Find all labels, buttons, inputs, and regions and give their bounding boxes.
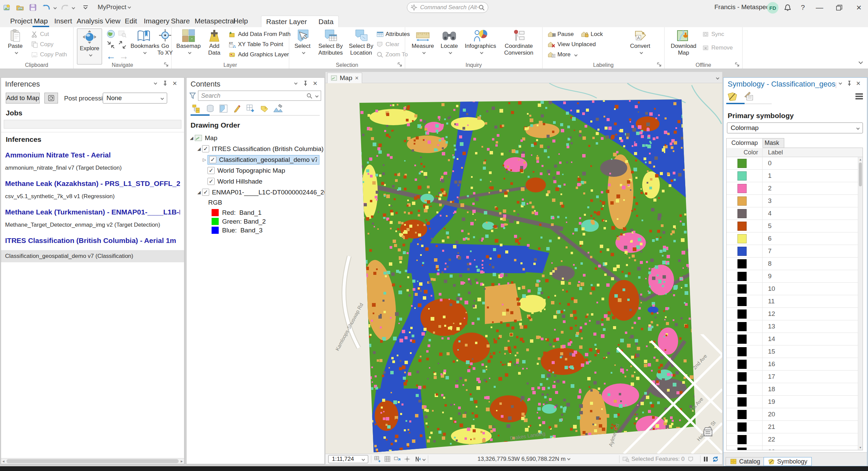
colormap-label[interactable]: 3 — [768, 197, 772, 205]
tree-item-enmap-layer[interactable]: ◢ ✓ ENMAP01-____L1C-DT0000002446_2022081… — [186, 187, 324, 197]
ribbon-tab-metaspectral[interactable]: Metaspectral — [193, 15, 237, 27]
colormap-row[interactable]: 16 — [727, 358, 858, 371]
add-data-from-path-button[interactable]: Add Data From Path — [229, 30, 291, 39]
colormap-label[interactable]: 17 — [768, 373, 775, 380]
colormap-color-swatch[interactable] — [737, 410, 747, 419]
measure-button[interactable]: Measure — [410, 29, 436, 56]
list-by-snapping-tab[interactable] — [244, 103, 258, 114]
colormap-label[interactable]: 5 — [768, 222, 772, 230]
colormap-row[interactable]: 20 — [727, 408, 858, 421]
colormap-color-swatch[interactable] — [737, 247, 747, 256]
colormap-color-swatch[interactable] — [737, 171, 747, 181]
tree-item-classification-layer[interactable]: ▷ ✓ Classification_geospatial_demo v7 (C… — [186, 154, 324, 165]
jobs-empty-list[interactable] — [4, 120, 181, 129]
pause-labeling-button[interactable]: Pause — [547, 30, 574, 39]
clear-selected-icon[interactable] — [688, 456, 694, 462]
colormap-label[interactable]: 9 — [768, 272, 772, 280]
colormap-label[interactable]: 4 — [768, 210, 772, 217]
next-extent-button[interactable]: → — [119, 52, 129, 61]
scroll-thumb[interactable] — [859, 163, 862, 186]
inferences-horizontal-scrollbar[interactable]: ◂ ▸ — [1, 458, 184, 464]
colormap-color-swatch[interactable] — [737, 159, 747, 168]
zoom-to-selection-button[interactable]: Zoom To — [377, 50, 408, 59]
colormap-color-swatch[interactable] — [737, 196, 747, 206]
undo-button[interactable] — [41, 3, 52, 12]
colormap-row[interactable]: 7 — [727, 245, 858, 258]
map-scale-select[interactable]: 1:11,724 — [328, 455, 368, 463]
colormap-row[interactable]: 17 — [727, 371, 858, 383]
pane-menu-chevron-icon[interactable] — [293, 80, 300, 87]
tree-item-world-topographic[interactable]: ✓ World Topographic Map — [186, 165, 324, 176]
locate-button[interactable]: Locate — [438, 29, 460, 56]
primary-symbology-select[interactable]: Colormap — [727, 123, 863, 133]
ribbon-tab-help[interactable]: Help — [232, 15, 249, 27]
close-pane-icon[interactable]: × — [313, 80, 320, 87]
add-graphics-layer-button[interactable]: Add Graphics Layer — [229, 50, 289, 59]
colormap-row[interactable]: 21 — [727, 421, 858, 433]
zoom-selected-icon[interactable] — [118, 29, 127, 39]
colormap-row[interactable]: 11 — [727, 295, 858, 308]
post-processing-select[interactable]: None — [103, 93, 167, 103]
colormap-label[interactable]: 2 — [768, 185, 772, 192]
paste-button[interactable]: Paste — [5, 29, 26, 56]
scroll-down-arrow[interactable]: ▾ — [858, 445, 863, 450]
colormap-row[interactable]: 9 — [727, 270, 858, 283]
primary-symbology-tab[interactable] — [727, 91, 738, 101]
close-pane-icon[interactable]: × — [856, 80, 864, 87]
colormap-color-swatch[interactable] — [737, 272, 747, 281]
colormap-color-swatch[interactable] — [737, 284, 747, 294]
label-column-header[interactable]: Label — [768, 149, 783, 156]
refresh-inferences-button[interactable] — [44, 93, 58, 103]
colormap-label[interactable]: 16 — [768, 360, 775, 368]
scroll-thumb[interactable] — [6, 459, 179, 463]
colormap-row[interactable]: 18 — [727, 383, 858, 396]
new-project-icon[interactable] — [2, 3, 12, 12]
layer-checkbox[interactable]: ✓ — [202, 189, 209, 196]
full-extent-button[interactable] — [106, 29, 116, 39]
grid-icon[interactable] — [384, 456, 391, 463]
add-data-button[interactable]: Add Data — [204, 29, 224, 56]
map-coordinates[interactable]: 13,326,779.53W 6,590,788.22N m — [431, 456, 616, 463]
catalog-tab[interactable]: Catalog — [726, 457, 765, 466]
select-by-attributes-button[interactable]: Select By Attributes — [316, 29, 346, 56]
crosshair-icon[interactable] — [404, 456, 411, 463]
scroll-left-arrow[interactable]: ◂ — [2, 458, 4, 464]
colormap-color-swatch[interactable] — [737, 259, 747, 268]
goto-xy-button[interactable]: Go To XY — [157, 29, 173, 56]
colormap-label[interactable]: 18 — [768, 385, 775, 393]
list-by-data-source-tab[interactable] — [203, 103, 217, 114]
list-by-drawing-order-tab[interactable] — [190, 103, 203, 114]
contextual-tab-data[interactable]: Data — [318, 18, 333, 26]
redo-dropdown[interactable] — [69, 3, 75, 12]
scroll-up-arrow[interactable]: ▴ — [858, 157, 863, 162]
contents-search-input[interactable]: Search — [198, 91, 321, 101]
inference-item[interactable]: Ammonium Nitrate Test - Aerialammonium_n… — [1, 148, 184, 176]
ribbon-tab-share[interactable]: Share — [170, 15, 191, 27]
list-by-selection-tab[interactable] — [217, 103, 231, 114]
colormap-row[interactable]: 13 — [727, 320, 858, 333]
ribbon-tab-edit[interactable]: Edit — [123, 15, 138, 27]
colormap-color-swatch[interactable] — [737, 385, 747, 394]
color-column-header[interactable]: Color — [744, 149, 758, 156]
colormap-label[interactable]: 11 — [768, 298, 775, 305]
colormap-row[interactable]: 15 — [727, 345, 858, 358]
avatar[interactable]: FD — [767, 2, 778, 14]
project-name-menu[interactable]: MyProject — [98, 3, 131, 11]
copy-button[interactable]: Copy — [31, 40, 54, 49]
colormap-color-swatch[interactable] — [737, 422, 747, 432]
pin-icon[interactable] — [847, 80, 854, 87]
vary-symbology-tab[interactable] — [743, 91, 754, 101]
infographics-button[interactable]: Infographics — [463, 29, 498, 56]
coordinate-conversion-button[interactable]: Coordinate Conversion — [501, 29, 537, 56]
tab-list-chevron-icon[interactable] — [714, 75, 719, 81]
contextual-tab-raster-layer[interactable]: Raster Layer — [266, 18, 307, 26]
colormap-row[interactable]: 19 — [727, 396, 858, 408]
select-by-location-button[interactable]: Select By Location — [348, 29, 375, 56]
tree-item-map[interactable]: ◢ Map — [186, 133, 324, 143]
ribbon-tab-project[interactable]: Project — [9, 15, 34, 27]
colormap-label[interactable]: 14 — [768, 335, 775, 343]
map-canvas[interactable]: Kamloops-Shuswap Rd2nd Ave1st AveHaldane… — [326, 83, 722, 454]
scroll-right-arrow[interactable]: ▸ — [181, 458, 183, 464]
lock-labels-button[interactable]: Lock — [580, 30, 603, 39]
ribbon-tab-view[interactable]: View — [104, 15, 122, 27]
